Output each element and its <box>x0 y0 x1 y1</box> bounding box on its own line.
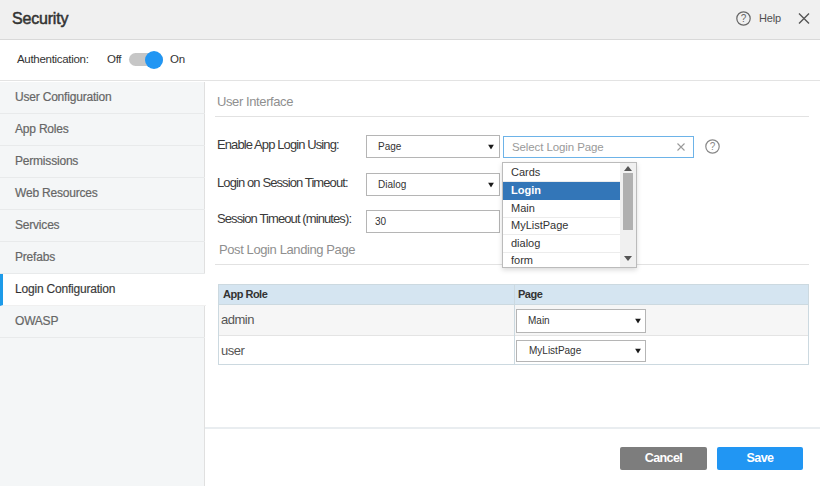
svg-text:?: ? <box>710 141 716 152</box>
svg-text:?: ? <box>741 13 747 24</box>
